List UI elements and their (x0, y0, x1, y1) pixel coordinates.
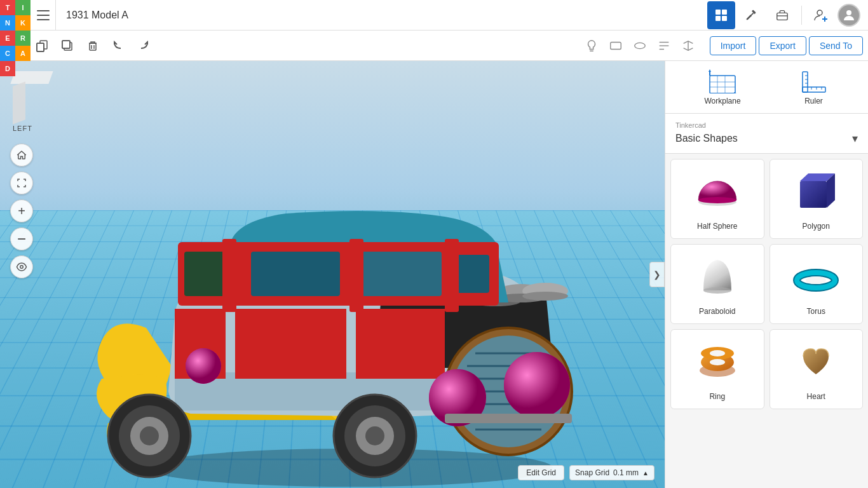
zoom-in-button[interactable]: + (10, 200, 33, 222)
logo-k: K (15, 15, 31, 30)
topbar-separator (801, 6, 802, 25)
svg-point-69 (140, 426, 159, 445)
sendto-button[interactable]: Send To (809, 36, 863, 55)
import-button[interactable]: Import (710, 36, 757, 55)
logo-n: N (0, 15, 15, 30)
redo-button[interactable] (132, 34, 155, 57)
svg-rect-94 (800, 181, 827, 208)
svg-rect-45 (349, 239, 363, 312)
logo-e: E (0, 30, 15, 46)
menu-icon[interactable] (31, 0, 56, 30)
right-panel: Workplane (665, 61, 868, 488)
workplane-label: Workplane (704, 97, 740, 105)
ring-icon (692, 337, 743, 388)
heart-item[interactable]: Heart (770, 329, 864, 409)
tinkercad-logo[interactable]: T I N K E R C A D (0, 0, 31, 30)
shape-category[interactable]: Tinkercad Basic Shapes ▾ (665, 114, 868, 154)
category-context: Tinkercad (675, 121, 858, 129)
svg-rect-39 (251, 252, 340, 296)
svg-rect-48 (235, 309, 346, 379)
fit-view-button[interactable] (10, 172, 33, 194)
torus-icon (790, 252, 841, 303)
torus-label: Torus (807, 307, 825, 316)
ring-label: Ring (709, 392, 725, 401)
add-user-button[interactable] (807, 1, 835, 29)
svg-rect-7 (777, 13, 788, 20)
build-button[interactable] (738, 1, 766, 29)
ruler-label: Ruler (804, 97, 823, 105)
svg-point-64 (186, 348, 221, 384)
logo-i: I (15, 0, 31, 15)
undo-button[interactable] (107, 34, 130, 57)
svg-rect-49 (356, 309, 445, 379)
delete-button[interactable] (81, 34, 104, 57)
svg-rect-20 (90, 43, 96, 50)
svg-point-9 (817, 10, 822, 15)
home-view-button[interactable] (10, 144, 33, 166)
paraboloid-icon (692, 252, 743, 303)
export-button[interactable]: Export (759, 36, 806, 55)
svg-rect-4 (722, 10, 727, 15)
shape1-icon[interactable] (604, 34, 627, 57)
toolbar-right-icons (580, 34, 700, 57)
viewport[interactable]: LEFT + − (0, 61, 665, 488)
svg-rect-84 (803, 72, 808, 92)
zoom-out-button[interactable]: − (10, 227, 33, 250)
logo-t: T (0, 0, 15, 15)
ruler-tool[interactable]: Ruler (799, 69, 829, 105)
heart-icon (790, 337, 841, 388)
grid-view-button[interactable] (707, 1, 735, 29)
logo-d: D (0, 61, 15, 76)
workplane-tool[interactable]: Workplane (704, 69, 740, 105)
edit-grid-button[interactable]: Edit Grid (518, 465, 564, 480)
svg-rect-2 (37, 19, 50, 20)
category-selector[interactable]: Basic Shapes ▾ (675, 132, 858, 146)
snap-up-arrow[interactable]: ▲ (642, 470, 649, 477)
view-mode-button[interactable] (10, 255, 33, 278)
bottom-controls: Edit Grid Snap Grid 0.1 mm ▲ (518, 465, 654, 480)
svg-rect-85 (803, 87, 825, 92)
paraboloid-label: Paraboloid (699, 307, 735, 316)
flip-icon[interactable] (677, 34, 700, 57)
half-sphere-item[interactable]: Half Sphere (670, 159, 764, 239)
panel-tools: Workplane (665, 61, 868, 114)
svg-rect-46 (445, 239, 459, 312)
svg-rect-23 (610, 42, 621, 49)
svg-point-62 (504, 352, 570, 418)
torus-item[interactable]: Torus (770, 244, 864, 324)
user-avatar[interactable] (837, 4, 860, 27)
paraboloid-item[interactable]: Paraboloid (670, 244, 764, 324)
svg-rect-1 (37, 15, 50, 16)
svg-point-106 (710, 350, 725, 356)
cube-top (10, 71, 53, 84)
toolbar: Import Export Send To (0, 30, 868, 61)
topbar-right (707, 1, 868, 29)
copy-button[interactable] (31, 34, 53, 57)
cube-label: LEFT (13, 125, 32, 132)
view-cube[interactable]: LEFT (13, 71, 70, 128)
svg-rect-65 (445, 414, 572, 423)
svg-point-73 (365, 426, 384, 445)
ring-item[interactable]: Ring (670, 329, 764, 409)
briefcase-button[interactable] (768, 1, 796, 29)
logo-r: R (15, 30, 31, 46)
align-icon[interactable] (653, 34, 675, 57)
svg-point-37 (522, 292, 568, 301)
svg-rect-5 (715, 16, 721, 21)
svg-point-105 (710, 359, 725, 365)
category-name: Basic Shapes (675, 133, 738, 144)
snap-value: 0.1 mm (613, 468, 639, 477)
snap-grid-label: Snap Grid (575, 468, 609, 477)
shape2-icon[interactable] (628, 34, 651, 57)
svg-point-98 (703, 287, 731, 294)
project-title: 1931 Model A (56, 10, 707, 21)
scroll-indicator[interactable]: ❯ (649, 262, 665, 287)
car-svg (64, 125, 635, 488)
main-area: LEFT + − (0, 61, 868, 488)
snap-grid-container: Snap Grid 0.1 mm ▲ (569, 465, 654, 480)
light-icon[interactable] (580, 34, 603, 57)
logo-a: A (15, 46, 31, 61)
polygon-item[interactable]: Polygon (770, 159, 864, 239)
ruler-icon (799, 69, 829, 94)
duplicate-button[interactable] (56, 34, 79, 57)
